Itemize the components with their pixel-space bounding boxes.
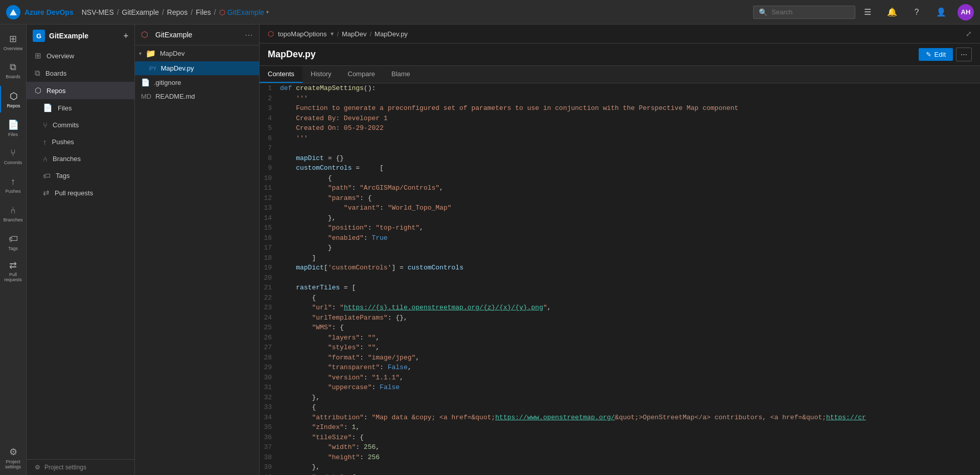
- repo-name-link[interactable]: topoMapOptions: [278, 30, 326, 38]
- code-line: 15 "position": "top-right",: [260, 223, 980, 233]
- line-number: 40: [260, 472, 280, 476]
- repo-icon: ⬡: [141, 30, 151, 40]
- path-file[interactable]: MapDev.py: [375, 30, 408, 38]
- line-content: "width": 256,: [280, 442, 380, 453]
- line-content: "enabled": True: [280, 233, 388, 243]
- line-number: 30: [260, 373, 280, 383]
- search-box[interactable]: 🔍: [753, 6, 855, 19]
- sidebar-item-repos[interactable]: ⬡ Repos: [0, 86, 27, 112]
- more-icon[interactable]: ⋯: [245, 30, 253, 40]
- code-line: 22 {: [260, 293, 980, 303]
- code-line: 31 "uppercase": False: [260, 382, 980, 393]
- line-number: 9: [260, 163, 280, 173]
- code-line: 2 ''': [260, 94, 980, 104]
- more-actions-button[interactable]: ⋯: [956, 48, 972, 61]
- tags-icon: 🏷: [9, 234, 18, 244]
- breadcrumb-project[interactable]: GitExample: [122, 8, 159, 16]
- line-content: "WMS": {: [280, 323, 344, 333]
- line-number: 12: [260, 193, 280, 203]
- notifications-icon[interactable]: 🔔: [884, 4, 900, 20]
- code-line: 19 mapDict['customControls'] = customCon…: [260, 263, 980, 273]
- tab-contents[interactable]: Contents: [260, 66, 302, 83]
- nav-files[interactable]: 📄 Files: [27, 99, 134, 117]
- code-line: 5 Created On: 05-29-2022: [260, 123, 980, 133]
- tab-compare[interactable]: Compare: [340, 66, 383, 83]
- list-icon[interactable]: ☰: [859, 4, 876, 20]
- file-readme-md[interactable]: MD README.md: [135, 89, 259, 103]
- project-settings[interactable]: ⚙ Project settings: [27, 459, 134, 475]
- line-number: 4: [260, 114, 280, 124]
- line-content: "version": "1.1.1",: [280, 373, 404, 383]
- md-icon: MD: [141, 93, 151, 100]
- line-content: Function to generate a preconfigured set…: [280, 103, 738, 114]
- sidebar-item-boards[interactable]: ⧉ Boards: [0, 57, 27, 84]
- help-icon[interactable]: ?: [908, 4, 925, 20]
- code-line: 35 "zIndex": 1,: [260, 422, 980, 433]
- line-number: 25: [260, 323, 280, 333]
- path-folder[interactable]: MapDev: [342, 30, 366, 38]
- line-number: 8: [260, 153, 280, 164]
- line-content: "styles": "",: [280, 343, 380, 353]
- sidebar-item-files[interactable]: 📄 Files: [0, 115, 27, 141]
- nav-pushes[interactable]: ↑ Pushes: [27, 133, 134, 150]
- sidebar-item-tags[interactable]: 🏷 Tags: [0, 229, 27, 256]
- code-line: 20: [260, 273, 980, 283]
- sidebar-item-commits[interactable]: ⑂ Commits: [0, 143, 27, 170]
- sidebar-item-project-settings[interactable]: ⚙ Project settings: [0, 444, 27, 471]
- line-content: "transparent": False,: [280, 363, 412, 373]
- pushes-icon: ↑: [11, 176, 15, 187]
- nav-overview[interactable]: ⊞ Overview: [27, 47, 134, 64]
- sidebar-item-branches[interactable]: ⑃ Branches: [0, 200, 27, 227]
- nav-boards[interactable]: ⧉ Boards: [27, 64, 134, 82]
- nav-branches[interactable]: ⑃ Branches: [27, 150, 134, 167]
- code-line: 4 Created By: Developer 1: [260, 114, 980, 124]
- tab-blame[interactable]: Blame: [383, 66, 418, 83]
- branches-icon: ⑃: [10, 205, 16, 216]
- line-number: 17: [260, 243, 280, 253]
- overview-icon: ⊞: [9, 33, 17, 44]
- line-number: 11: [260, 183, 280, 193]
- line-number: 7: [260, 143, 280, 153]
- files-icon: 📄: [43, 103, 53, 112]
- nav-repos[interactable]: ⬡ Repos: [27, 82, 134, 99]
- sidebar-item-pull-requests[interactable]: ⇄ Pull requests: [0, 258, 27, 284]
- user-icon[interactable]: 👤: [933, 4, 949, 20]
- line-content: "path": "ArcGISMap/Controls",: [280, 183, 444, 193]
- line-number: 16: [260, 233, 280, 243]
- code-line: 29 "transparent": False,: [260, 363, 980, 373]
- chevron-down-icon: ▾: [266, 9, 269, 15]
- tab-history[interactable]: History: [302, 66, 339, 83]
- project-header: G GitExample +: [27, 25, 134, 47]
- code-line: 37 "width": 256,: [260, 442, 980, 453]
- expand-icon[interactable]: ⤢: [966, 30, 972, 38]
- pull-requests-icon: ⇄: [9, 260, 17, 271]
- nav-commits[interactable]: ⑂ Commits: [27, 117, 134, 133]
- add-button[interactable]: +: [124, 31, 128, 40]
- line-content: "variant": "World_Topo_Map": [280, 203, 452, 213]
- repos-icon: ⬡: [10, 91, 18, 102]
- folder-mapdev[interactable]: ▾ 📁 MapDev: [135, 46, 259, 61]
- file-gitignore[interactable]: 📄 .gitignore: [135, 75, 259, 89]
- line-number: 32: [260, 393, 280, 403]
- line-content: "height": 256: [280, 453, 380, 463]
- file-title: MapDev.py: [268, 49, 316, 60]
- file-mapdev-py[interactable]: PY MapDev.py: [135, 61, 259, 75]
- edit-button[interactable]: ✎ Edit: [919, 48, 953, 61]
- nav-tags[interactable]: 🏷 Tags: [27, 167, 134, 184]
- nav-pull-requests[interactable]: ⇄ Pull requests: [27, 184, 134, 201]
- sidebar-item-overview[interactable]: ⊞ Overview: [0, 29, 27, 55]
- code-view[interactable]: 1def createMapSettings():2 '''3 Function…: [260, 83, 980, 475]
- breadcrumb-org[interactable]: NSV-MES: [82, 8, 114, 16]
- sidebar-item-pushes[interactable]: ↑ Pushes: [0, 172, 27, 198]
- avatar[interactable]: AH: [958, 4, 974, 20]
- app-logo[interactable]: Azure DevOps: [6, 5, 74, 19]
- breadcrumb-active-item[interactable]: ⬡ GitExample ▾: [219, 8, 269, 16]
- git-icon: ⬡: [219, 8, 225, 16]
- line-number: 5: [260, 123, 280, 133]
- code-line: 40 "update": {: [260, 472, 980, 476]
- breadcrumb-repos[interactable]: Repos: [167, 8, 188, 16]
- line-content: {: [280, 402, 316, 413]
- folder-icon: 📁: [146, 49, 156, 58]
- breadcrumb-files[interactable]: Files: [196, 8, 211, 16]
- search-input[interactable]: [772, 8, 850, 16]
